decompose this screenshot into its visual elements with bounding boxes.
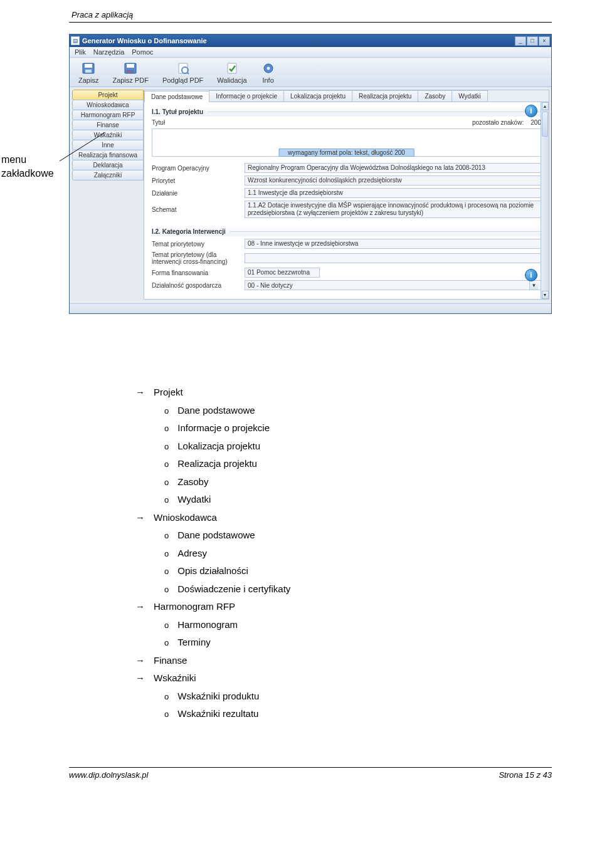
section-1-heading: I.1. Tytuł projektu <box>152 107 541 117</box>
toolbar-zapisz-pdf-label: Zapisz PDF <box>112 76 148 84</box>
bullet-icon: o <box>164 582 169 598</box>
toolbar: Zapisz PDF Zapisz PDF Podgląd PDF <box>70 58 551 87</box>
toolbar-zapisz-label: Zapisz <box>78 76 98 84</box>
toolbar-zapisz-pdf[interactable]: PDF Zapisz PDF <box>112 61 148 84</box>
field-schemat[interactable]: 1.1.A2 Dotacje inwestycyjne dla MŚP wspi… <box>245 201 541 218</box>
toolbar-podglad-pdf[interactable]: Podgląd PDF <box>162 61 203 84</box>
outline-item: oHarmonogram <box>135 616 552 634</box>
menu-pomoc[interactable]: Pomoc <box>132 48 153 56</box>
field-dzialanie[interactable]: 1.1 Inwestycje dla przedsiębiorstw <box>245 188 541 198</box>
outline-item: oOpis działalności <box>135 562 552 580</box>
app-icon: ▤ <box>71 36 80 45</box>
menu-plik[interactable]: Plik <box>75 48 86 56</box>
label-dzialanie: Działanie <box>152 190 240 197</box>
sidebar-item-inne[interactable]: Inne <box>72 140 144 150</box>
sidebar-item-finanse[interactable]: Finanse <box>72 120 144 130</box>
arrow-icon: → <box>135 384 145 402</box>
tab-zasoby[interactable]: Zasoby <box>418 90 452 102</box>
scroll-down-button[interactable]: ▼ <box>542 291 549 299</box>
sidebar-item-harmonogram[interactable]: Harmonogram RFP <box>72 110 144 120</box>
label-forma: Forma finansowania <box>152 269 240 276</box>
save-icon <box>81 61 96 75</box>
info-icon[interactable]: i <box>525 105 537 117</box>
row-priorytet: Priorytet Wzrost konkurencyjności dolnoś… <box>152 175 541 186</box>
svg-point-12 <box>267 67 270 70</box>
outline-heading-text: Projekt <box>154 384 183 402</box>
tab-dane-podstawowe[interactable]: Dane podstawowe <box>144 91 209 102</box>
outline-heading-text: Wnioskodawca <box>154 509 217 527</box>
annotation-label: menu zakładkowe <box>1 153 54 180</box>
field-temat-cross[interactable] <box>245 253 541 263</box>
tab-strip: Dane podstawowe Informacje o projekcie L… <box>144 90 549 102</box>
toolbar-walidacja[interactable]: Walidacja <box>217 61 246 84</box>
sidebar-item-projekt[interactable]: Projekt <box>72 90 144 100</box>
bullet-icon: o <box>164 546 169 562</box>
menu-narzedzia[interactable]: Narzędzia <box>93 48 125 56</box>
tab-realizacja[interactable]: Realizacja projektu <box>352 90 419 102</box>
info-icon[interactable]: i <box>525 269 537 281</box>
outline-item-text: Lokalizacja projektu <box>177 437 260 456</box>
scroll-track[interactable] <box>541 110 549 291</box>
row-program: Program Operacyjny Regionalny Program Op… <box>152 163 541 173</box>
section-2-heading-text: I.2. Kategoria Interwencji <box>152 228 226 235</box>
footer-rule <box>69 767 552 768</box>
sidebar-item-wnioskodawca[interactable]: Wnioskodawca <box>72 100 144 110</box>
label-program: Program Operacyjny <box>152 165 240 172</box>
outline-item: oLokalizacja projektu <box>135 437 552 456</box>
window-title: Generator Wniosku o Dofinansowanie <box>82 37 515 44</box>
sidebar-item-realizacja[interactable]: Realizacja finansowa <box>72 150 144 160</box>
field-priorytet[interactable]: Wzrost konkurencyjności dolnośląskich pr… <box>245 175 541 186</box>
divider <box>207 112 541 112</box>
footer-page: Strona 15 z 43 <box>499 770 552 780</box>
tab-lokalizacja[interactable]: Lokalizacja projektu <box>283 90 352 102</box>
outline-item: oWskaźniki rezultatu <box>135 705 552 723</box>
outline-heading-text: Finanse <box>154 652 187 670</box>
field-dzialalnosc[interactable]: 00 - Nie dotyczy ▼ <box>245 280 541 290</box>
row-temat-cross: Temat priorytetowy (dla interwencji cros… <box>152 251 541 265</box>
preview-pdf-icon <box>176 61 191 75</box>
vertical-scrollbar[interactable]: ▲ ▼ <box>541 102 549 299</box>
toolbar-zapisz[interactable]: Zapisz <box>78 61 98 84</box>
field-dzialalnosc-value: 00 - Nie dotyczy <box>248 282 293 289</box>
outline-item-text: Opis działalności <box>177 562 248 580</box>
scroll-thumb[interactable] <box>542 112 548 137</box>
footer-url: www.dip.dolnyslask.pl <box>69 770 148 780</box>
outline-heading: →Harmonogram RFP <box>135 598 552 616</box>
minimize-button[interactable]: _ <box>515 36 526 46</box>
toolbar-info-label: Info <box>262 76 273 84</box>
field-temat[interactable]: 08 - Inne inwestycje w przedsiębiorstwa <box>245 239 541 249</box>
field-program[interactable]: Regionalny Program Operacyjny dla Wojewó… <box>245 163 541 173</box>
header-title: Praca z aplikacją <box>69 10 552 19</box>
row-forma: Forma finansowania 01 Pomoc bezzwrotna <box>152 268 541 278</box>
maximize-button[interactable]: □ <box>527 36 538 46</box>
field-forma[interactable]: 01 Pomoc bezzwrotna <box>245 268 320 278</box>
remaining-chars: pozostało znaków: 200 <box>472 119 541 126</box>
tytul-textarea[interactable]: wymagany format pola: tekst, długość 200 <box>152 128 541 157</box>
header-rule <box>69 22 552 23</box>
tab-wydatki[interactable]: Wydatki <box>452 90 487 102</box>
bullet-icon: o <box>164 404 169 419</box>
toolbar-info[interactable]: Info <box>261 61 276 84</box>
remaining-prefix: pozostało znaków: <box>472 119 524 126</box>
outline-item-text: Zasoby <box>177 473 208 491</box>
svg-rect-2 <box>85 64 92 68</box>
outline-item: oDane podstawowe <box>135 526 552 545</box>
svg-line-9 <box>187 72 189 74</box>
close-button[interactable]: × <box>539 36 550 46</box>
sidebar-item-deklaracja[interactable]: Deklaracja <box>72 160 144 170</box>
window-titlebar: ▤ Generator Wniosku o Dofinansowanie _ □… <box>70 34 551 47</box>
svg-text:PDF: PDF <box>127 70 134 73</box>
section-1-heading-text: I.1. Tytuł projektu <box>152 108 203 115</box>
arrow-icon: → <box>135 598 145 616</box>
outline-item: oWydatki <box>135 491 552 509</box>
toolbar-walidacja-label: Walidacja <box>217 76 246 84</box>
window-buttons: _ □ × <box>515 36 550 46</box>
scroll-up-button[interactable]: ▲ <box>542 102 549 110</box>
bullet-icon: o <box>164 689 169 705</box>
outline-item: oTerminy <box>135 634 552 652</box>
label-dzialalnosc: Działalność gospodarcza <box>152 282 240 289</box>
sidebar-item-wskazniki[interactable]: Wskaźniki <box>72 130 144 140</box>
outline-item: oDoświadczenie i certyfikaty <box>135 580 552 599</box>
tab-informacje[interactable]: Informacje o projekcie <box>209 90 284 102</box>
sidebar-item-zalaczniki[interactable]: Załączniki <box>72 170 144 180</box>
